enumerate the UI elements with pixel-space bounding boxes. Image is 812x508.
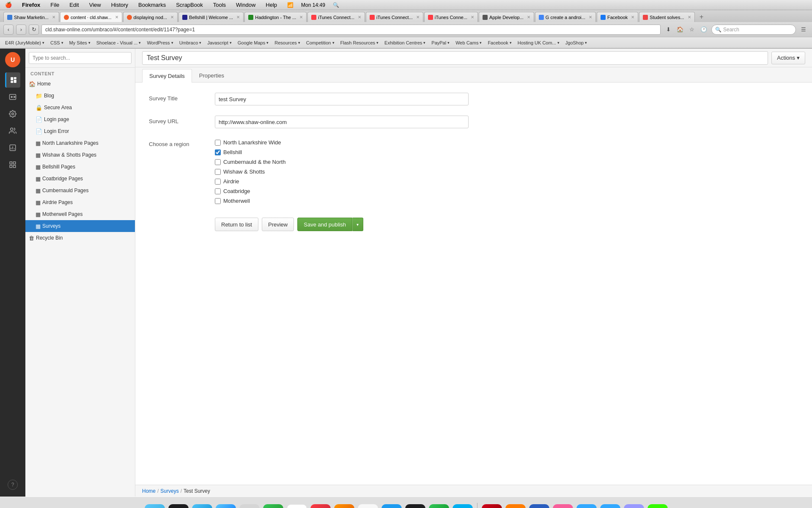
checkbox-bellshill[interactable] (215, 149, 221, 155)
save-publish-button[interactable]: Save and publish (297, 218, 352, 231)
bookmark-googlemaps[interactable]: Google Maps (235, 39, 271, 47)
browser-tab-apple[interactable]: Apple Develop... ✕ (479, 12, 534, 22)
bookmark-resources[interactable]: Resources (272, 39, 303, 47)
spotlight-icon[interactable]: 🔍 (331, 2, 341, 8)
menu-firefox[interactable]: Firefox (20, 2, 42, 8)
dock-launchpad[interactable]: 🚀 (167, 503, 189, 508)
preview-button[interactable]: Preview (262, 218, 294, 231)
menu-history[interactable]: History (110, 2, 130, 8)
sidebar-grid-btn[interactable] (5, 157, 20, 172)
sidebar-help-btn[interactable]: ? (8, 480, 18, 490)
dock-safari[interactable]: 🧭 (191, 503, 213, 508)
breadcrumb-surveys[interactable]: Surveys (160, 488, 178, 494)
history-icon[interactable]: 🕐 (699, 25, 709, 35)
menu-view[interactable]: View (88, 2, 103, 8)
page-title-input[interactable] (142, 51, 768, 65)
address-bar[interactable]: cld.shaw-online.com/umbraco/#/content/co… (41, 25, 661, 35)
dock-clocks[interactable]: ⏰ (404, 503, 426, 508)
checkbox-airdrie[interactable] (215, 179, 221, 185)
checkbox-cumbernauld-north[interactable] (215, 159, 221, 165)
bookmark-shoelace[interactable]: Shoelace - Visual ... (94, 39, 144, 47)
browser-tab-itunes3[interactable]: iTunes Conne... ✕ (424, 12, 478, 22)
region-wishaw-shotts[interactable]: Wishaw & Shotts (215, 168, 285, 175)
browser-tab-facebook[interactable]: Facebook ✕ (597, 12, 638, 22)
tab-close-google[interactable]: ✕ (589, 15, 592, 19)
back-button[interactable]: ‹ (3, 25, 14, 35)
tree-item-secure[interactable]: 🔒 Secure Area (25, 102, 135, 113)
bookmark-facebook[interactable]: Facebook (485, 39, 514, 47)
dock-ps[interactable]: Ps (576, 503, 598, 508)
browser-tab-haddington[interactable]: Haddington - The ... ✕ (244, 12, 307, 22)
dock-fw[interactable]: Fw (528, 503, 550, 508)
bookmark-umbraco[interactable]: Umbraco (177, 39, 204, 47)
menu-scrapbook[interactable]: ScrapBook (174, 2, 205, 8)
bookmark-webcams[interactable]: Web Cams (453, 39, 484, 47)
survey-url-input[interactable] (215, 116, 469, 128)
bookmark-wordpress[interactable]: WordPress (144, 39, 176, 47)
tab-close-apple[interactable]: ✕ (527, 15, 530, 19)
dock-firefox[interactable]: 🦊 (333, 503, 355, 508)
bookmark-flash[interactable]: Flash Resources (338, 39, 381, 47)
menu-icon[interactable]: ☰ (798, 25, 809, 35)
checkbox-north-lanark-wide[interactable] (215, 140, 221, 146)
tab-close-student[interactable]: ✕ (688, 15, 691, 19)
dock-calendar[interactable]: 📅 (286, 503, 308, 508)
sidebar-reports-btn[interactable] (5, 140, 20, 155)
home-icon[interactable]: 🏠 (675, 25, 685, 35)
region-motherwell[interactable]: Motherwell (215, 198, 285, 204)
browser-search-box[interactable]: 🔍 Search (711, 25, 796, 35)
new-tab-button[interactable]: + (696, 12, 708, 22)
tab-close-itunes2[interactable]: ✕ (416, 15, 420, 19)
dock-transit[interactable]: 🚌 (428, 503, 450, 508)
tree-item-wishaw[interactable]: ▦ Wishaw & Shotts Pages (25, 149, 135, 161)
bookmark-competition[interactable]: Competition (304, 39, 337, 47)
tab-survey-details[interactable]: Survey Details (142, 69, 192, 83)
umbraco-logo[interactable]: U (5, 52, 20, 67)
content-search-input[interactable] (29, 52, 132, 64)
apple-menu[interactable]: 🍎 (3, 2, 14, 8)
bookmark-paypal[interactable]: PayPal (429, 39, 452, 47)
sidebar-settings-btn[interactable] (5, 106, 20, 121)
tab-close-content[interactable]: ✕ (115, 15, 118, 19)
tree-item-bellshill[interactable]: ▦ Bellshill Pages (25, 161, 135, 173)
tab-close-haddington[interactable]: ✕ (299, 15, 303, 19)
bookmark-javascript[interactable]: Javascript (205, 39, 234, 47)
tree-item-motherwell[interactable]: ▦ Motherwell Pages (25, 208, 135, 220)
browser-tab-bellshill[interactable]: Bellshill | Welcome ... ✕ (178, 12, 244, 22)
save-publish-dropdown-button[interactable]: ▾ (352, 218, 363, 231)
region-airdrie[interactable]: Airdrie (215, 178, 285, 185)
menu-tools[interactable]: Tools (211, 2, 228, 8)
region-coatbridge[interactable]: Coatbridge (215, 188, 285, 194)
dock-twitter[interactable]: 🐦 (381, 503, 403, 508)
tab-close-bellshill[interactable]: ✕ (236, 15, 240, 19)
browser-tab-student[interactable]: Student solves... ✕ (639, 12, 694, 22)
return-to-list-button[interactable]: Return to list (215, 218, 258, 231)
tab-close-itunes1[interactable]: ✕ (358, 15, 361, 19)
checkbox-motherwell[interactable] (215, 198, 221, 204)
menu-edit[interactable]: Edit (68, 2, 80, 8)
tab-close-shaw[interactable]: ✕ (52, 15, 55, 19)
dock-maps[interactable]: 🗺 (262, 503, 284, 508)
dock-contacts[interactable]: 👤 (239, 503, 261, 508)
tree-item-cumbernauld[interactable]: ▦ Cumbernauld Pages (25, 185, 135, 196)
tree-item-blog[interactable]: 📁 Blog (25, 90, 135, 102)
tree-item-surveys[interactable]: ▦ Surveys (25, 220, 135, 232)
checkbox-coatbridge[interactable] (215, 188, 221, 194)
dock-itunes[interactable]: 🎵 (310, 503, 332, 508)
tree-item-north-lanark[interactable]: ▦ North Lanarkshire Pages (25, 137, 135, 149)
dock-ae[interactable]: At (623, 503, 645, 508)
region-north-lanark-wide[interactable]: North Lanarkshire Wide (215, 139, 285, 146)
checkbox-wishaw-shotts[interactable] (215, 169, 221, 175)
tab-close-itunes3[interactable]: ✕ (471, 15, 474, 19)
bookmark-hosting[interactable]: Hosting UK Com... (515, 39, 562, 47)
tree-item-home[interactable]: 🏠 Home (25, 78, 135, 90)
actions-button[interactable]: Actions ▾ (771, 52, 805, 64)
tree-item-coatbridge[interactable]: ▦ Coatbridge Pages (25, 173, 135, 185)
dock-ps2[interactable]: Ps (599, 503, 621, 508)
dock-filezilla[interactable]: 📂 (481, 503, 503, 508)
tab-properties[interactable]: Properties (192, 69, 231, 82)
sidebar-media-btn[interactable] (5, 89, 20, 105)
browser-tab-displaying[interactable]: displaying nod... ✕ (123, 12, 178, 22)
menu-help[interactable]: Help (264, 2, 279, 8)
tree-item-airdrie[interactable]: ▦ Airdrie Pages (25, 196, 135, 208)
